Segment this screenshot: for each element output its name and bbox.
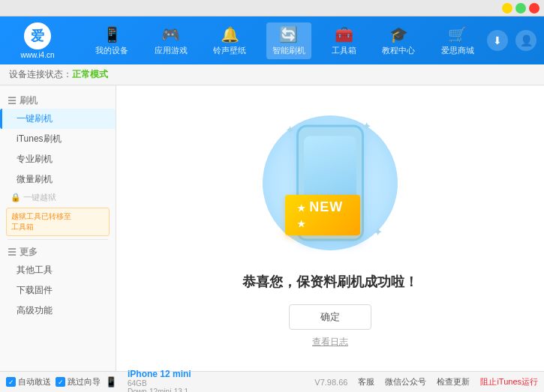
minimize-btn[interactable] [502,3,512,13]
user-btn[interactable]: 👤 [515,30,536,51]
device-phone-icon: 📱 [105,376,117,388]
header-right: ⬇ 👤 [487,30,536,51]
tutorial-icon: 🎓 [389,25,408,43]
apps-icon: 🎮 [161,25,180,43]
sidebar-item-itunes[interactable]: iTunes刷机 [0,129,116,149]
bottom-bar: ✓ 自动敢送 ✓ 跳过向导 📱 iPhone 12 mini 64GB Down… [0,371,544,392]
nav-tutorial-label: 教程中心 [382,45,415,56]
maximize-btn[interactable] [515,3,526,13]
sparkle-1: ✦ [285,123,295,137]
sparkle-2: ✦ [362,119,371,133]
nav-ringtone-label: 铃声壁纸 [213,45,246,56]
header: 爱 www.i4.cn 📱 我的设备 🎮 应用游戏 🔔 铃声壁纸 🔄 智能刷机 … [0,16,544,64]
nav-tutorial[interactable]: 🎓 教程中心 [376,22,421,59]
sidebar-item-download[interactable]: 下载固件 [0,280,116,301]
sidebar-item-micro[interactable]: 微量刷机 [0,169,116,190]
status-label: 设备连接状态： [9,68,72,81]
success-title: 恭喜您，保资料刷机成功啦！ [242,273,418,291]
close-btn[interactable] [529,3,539,13]
nav-toolbox-label: 工具箱 [332,45,356,56]
device-name: iPhone 12 mini [128,369,191,379]
nav-mydevice-label: 我的设备 [95,45,128,56]
logo-area: 爱 www.i4.cn [8,22,68,59]
bottom-left: ✓ 自动敢送 ✓ 跳过向导 📱 iPhone 12 mini 64GB Down… [6,369,314,393]
device-version: Down-12mini-13,1 [128,388,191,393]
stop-itunes-btn[interactable]: 阻止iTunes运行 [480,376,538,388]
more-section-label: 更多 [20,246,38,259]
logo-icon: 爱 [24,22,51,49]
nav-smartflash[interactable]: 🔄 智能刷机 [266,22,311,59]
nav-toolbox[interactable]: 🧰 工具箱 [326,22,362,59]
confirm-button[interactable]: 确定 [289,304,371,330]
nav-mydevice[interactable]: 📱 我的设备 [89,22,134,59]
nav-ringtone[interactable]: 🔔 铃声壁纸 [207,22,252,59]
sidebar-item-pro[interactable]: 专业刷机 [0,149,116,169]
sidebar-section-more: ☰ 更多 [0,243,116,260]
bottom-right: V7.98.66 客服 微信公众号 检查更新 阻止iTunes运行 [314,376,538,388]
sidebar-warning-jailbreak: 越狱工具已转移至 工具箱 [6,208,110,236]
ringtone-icon: 🔔 [221,25,239,43]
store-icon: 🛒 [448,25,467,43]
more-section-icon: ☰ [8,247,17,258]
toolbox-icon: 🧰 [335,25,353,43]
flash-section-icon: ☰ [8,95,17,106]
nav-smartflash-label: 智能刷机 [272,45,305,56]
nav-items: 📱 我的设备 🎮 应用游戏 🔔 铃声壁纸 🔄 智能刷机 🧰 工具箱 🎓 教程中心… [83,22,487,59]
sidebar-item-onekey[interactable]: 一键刷机 [0,109,116,129]
checkbox-autolaunch[interactable]: ✓ 自动敢送 [6,376,51,388]
device-storage: 64GB [128,379,191,388]
flash-section-label: 刷机 [20,94,38,107]
version-text: V7.98.66 [314,378,347,387]
main-layout: ☰ 刷机 一键刷机 iTunes刷机 专业刷机 微量刷机 🔒 一键越狱 越狱工具… [0,85,544,371]
nav-store[interactable]: 🛒 爱思商城 [435,22,480,59]
checkbox-guide-label: 跳过向导 [68,376,101,388]
nav-apps[interactable]: 🎮 应用游戏 [149,22,194,59]
sidebar-section-flash: ☰ 刷机 [0,91,116,109]
sparkle-3: ✦ [373,225,383,239]
checkbox-autolaunch-label: 自动敢送 [18,376,51,388]
checkbox-guide-box: ✓ [56,377,65,387]
checkbox-guide[interactable]: ✓ 跳过向导 [56,376,101,388]
checkbox-autolaunch-box: ✓ [6,377,16,387]
check-update-link[interactable]: 检查更新 [437,376,470,388]
smartflash-icon: 🔄 [279,25,298,43]
status-bar: 设备连接状态： 正常模式 [0,64,544,85]
nav-apps-label: 应用游戏 [155,45,188,56]
sidebar: ☰ 刷机 一键刷机 iTunes刷机 专业刷机 微量刷机 🔒 一键越狱 越狱工具… [0,85,116,371]
download-btn[interactable]: ⬇ [487,30,508,51]
nav-store-label: 爱思商城 [441,45,474,56]
new-badge: NEW [285,195,360,235]
sidebar-item-jailbreak: 🔒 一键越狱 [0,190,116,205]
device-info: iPhone 12 mini 64GB Down-12mini-13,1 [128,369,191,393]
customer-service-link[interactable]: 客服 [358,376,374,388]
sidebar-item-advanced[interactable]: 高级功能 [0,301,116,321]
success-illustration: NEW ✦ ✦ ✦ [255,108,405,258]
status-value: 正常模式 [72,68,108,81]
mydevice-icon: 📱 [103,25,122,43]
title-bar [0,0,544,16]
logo-text: www.i4.cn [20,51,54,59]
wechat-link[interactable]: 微信公众号 [385,376,426,388]
log-link[interactable]: 查看日志 [312,336,348,349]
sidebar-item-othertools[interactable]: 其他工具 [0,260,116,280]
sidebar-divider-1 [8,239,108,240]
main-content: NEW ✦ ✦ ✦ 恭喜您，保资料刷机成功啦！ 确定 查看日志 [116,85,544,371]
